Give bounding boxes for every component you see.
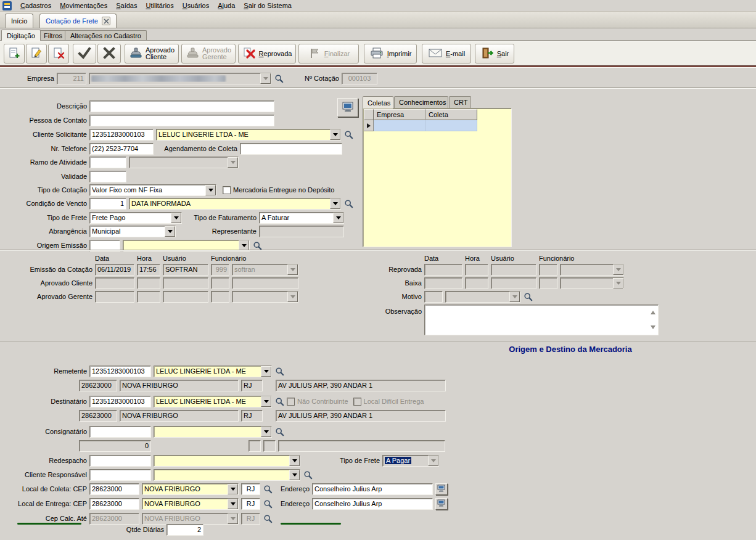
- motivo-codigo-input[interactable]: [424, 291, 443, 303]
- menu-saidas[interactable]: Saídas: [112, 1, 141, 10]
- cliente-solicitante-cnpj-input[interactable]: 12351283000103: [89, 129, 154, 141]
- condicao-vencto-combo[interactable]: DATA INFORMADA: [129, 198, 341, 210]
- chevron-down-icon[interactable]: [613, 264, 623, 275]
- tab-close-icon[interactable]: [102, 17, 110, 25]
- sair-button[interactable]: Sair: [475, 44, 514, 63]
- redespacho-cnpj-input[interactable]: [89, 455, 151, 467]
- search-icon[interactable]: [274, 396, 284, 406]
- grid-col-empresa[interactable]: Empresa: [374, 109, 425, 120]
- aprovado-gerente-func-combo[interactable]: [232, 291, 298, 303]
- chevron-down-icon[interactable]: [239, 240, 249, 251]
- tab-cotacao-frete[interactable]: Cotação de Frete: [39, 14, 117, 28]
- ramo-atividade-combo[interactable]: [129, 157, 239, 168]
- search-icon[interactable]: [263, 513, 273, 523]
- cliente-responsavel-combo[interactable]: [154, 469, 300, 481]
- tab-conhecimentos[interactable]: Conhecimentos: [394, 96, 448, 108]
- chevron-down-icon[interactable]: [205, 185, 216, 195]
- motivo-combo[interactable]: [445, 291, 520, 303]
- tipo-cotacao-combo[interactable]: Valor Fixo com NF Fixa: [89, 184, 216, 196]
- chevron-down-icon[interactable]: [287, 264, 298, 275]
- confirm-button[interactable]: [73, 44, 96, 63]
- chevron-down-icon[interactable]: [289, 470, 300, 480]
- chevron-down-icon[interactable]: [171, 213, 181, 223]
- delete-record-button[interactable]: [48, 44, 69, 63]
- screen-view-button[interactable]: [337, 98, 358, 117]
- chevron-down-icon[interactable]: [289, 456, 300, 466]
- abrangencia-combo[interactable]: Municipal: [89, 226, 176, 237]
- remetente-cnpj-input[interactable]: 12351283000103: [89, 366, 151, 377]
- imprimir-button[interactable]: Imprimir: [364, 44, 417, 63]
- menu-movimentacoes[interactable]: Movimentações: [55, 1, 112, 10]
- tab-coletas[interactable]: Coletas: [363, 96, 393, 108]
- chevron-down-icon[interactable]: [428, 456, 438, 466]
- tipo-faturamento-combo[interactable]: A Faturar: [259, 212, 344, 224]
- baixa-func-combo[interactable]: [560, 277, 624, 289]
- tab-filtros[interactable]: Filtros: [38, 30, 68, 40]
- scroll-up-icon[interactable]: [651, 308, 655, 314]
- chevron-down-icon[interactable]: [228, 499, 238, 509]
- cliente-responsavel-cnpj-input[interactable]: [89, 469, 151, 481]
- coletas-grid[interactable]: Empresa Coleta: [363, 108, 512, 247]
- coleta-cep-input[interactable]: 28623000: [89, 483, 139, 495]
- coleta-endereco-button[interactable]: [435, 483, 448, 495]
- empresa-codigo-input[interactable]: 211: [57, 73, 86, 84]
- descricao-input[interactable]: [89, 100, 274, 112]
- condicao-vencto-codigo-input[interactable]: 1: [89, 198, 126, 210]
- pessoa-contato-input[interactable]: [89, 115, 274, 126]
- remetente-combo[interactable]: LELUC LINGERIE LTDA - ME: [154, 366, 272, 377]
- coleta-uf-input[interactable]: RJ: [241, 483, 260, 495]
- chevron-down-icon[interactable]: [228, 157, 238, 168]
- chevron-down-icon[interactable]: [228, 513, 238, 524]
- aprovado-cliente-button[interactable]: AprovadoCliente: [125, 44, 179, 63]
- cancel-button[interactable]: [97, 44, 121, 63]
- ramo-atividade-codigo-input[interactable]: [89, 157, 126, 168]
- entrega-uf-input[interactable]: RJ: [241, 498, 260, 510]
- cep-calc-cidade-combo[interactable]: NOVA FRIBURGO: [142, 513, 239, 525]
- tab-inicio[interactable]: Início: [5, 14, 33, 28]
- representante-input[interactable]: [259, 226, 344, 237]
- menu-ajuda[interactable]: Ajuda: [213, 1, 239, 10]
- email-button[interactable]: E-mail: [422, 44, 471, 63]
- search-icon[interactable]: [274, 427, 284, 436]
- destinatario-cnpj-input[interactable]: 12351283000103: [89, 396, 151, 407]
- chevron-down-icon[interactable]: [261, 366, 271, 377]
- observacao-textarea[interactable]: [424, 305, 659, 335]
- reprovada-func-combo[interactable]: [560, 264, 624, 276]
- grid-col-coleta[interactable]: Coleta: [425, 109, 477, 120]
- new-record-button[interactable]: [4, 44, 25, 63]
- search-icon[interactable]: [263, 499, 273, 509]
- menu-utilitarios[interactable]: Utilitários: [141, 1, 178, 10]
- destinatario-combo[interactable]: LELUC LINGERIE LTDA - ME: [154, 396, 272, 407]
- tab-alteracoes-cadastro[interactable]: Alterações no Cadastro: [65, 30, 147, 40]
- finalizar-button[interactable]: Finalizar: [298, 44, 359, 63]
- aprovado-gerente-button[interactable]: AprovadoGerente: [181, 44, 236, 63]
- local-dificil-checkbox[interactable]: [353, 398, 361, 406]
- tipo-frete-destino-combo[interactable]: A Pagar: [382, 455, 439, 467]
- validade-input[interactable]: [89, 171, 126, 182]
- entrega-endereco-button[interactable]: [435, 498, 448, 510]
- grid-selected-row[interactable]: [364, 120, 511, 131]
- entrega-endereco-input[interactable]: Conselheiro Julius Arp: [312, 498, 433, 510]
- chevron-down-icon[interactable]: [330, 129, 340, 140]
- search-icon[interactable]: [523, 292, 533, 301]
- grid-cell-coleta[interactable]: [425, 120, 477, 131]
- chevron-down-icon[interactable]: [330, 198, 340, 209]
- chevron-down-icon[interactable]: [260, 73, 271, 84]
- nr-telefone-input[interactable]: (22) 2523-7704: [89, 143, 154, 155]
- qtde-diarias-input[interactable]: 2: [166, 524, 203, 536]
- chevron-down-icon[interactable]: [509, 292, 520, 302]
- emissao-func-combo[interactable]: softran: [232, 264, 298, 276]
- chevron-down-icon[interactable]: [287, 292, 298, 302]
- scroll-down-icon[interactable]: [651, 325, 655, 332]
- menu-sair-do-sistema[interactable]: Sair do Sistema: [239, 1, 296, 10]
- agendamento-input[interactable]: [240, 143, 342, 155]
- num-cotacao-input[interactable]: 000103: [342, 73, 377, 84]
- consignatario-cnpj-input[interactable]: [89, 426, 151, 438]
- entrega-cep-input[interactable]: 28623000: [89, 498, 139, 510]
- entrega-cidade-combo[interactable]: NOVA FRIBURGO: [142, 498, 239, 510]
- mercadoria-deposito-checkbox[interactable]: [223, 186, 231, 194]
- consignatario-combo[interactable]: [154, 426, 272, 438]
- redespacho-combo[interactable]: [154, 455, 300, 467]
- tipo-frete-combo[interactable]: Frete Pago: [89, 212, 182, 224]
- search-icon[interactable]: [303, 470, 313, 480]
